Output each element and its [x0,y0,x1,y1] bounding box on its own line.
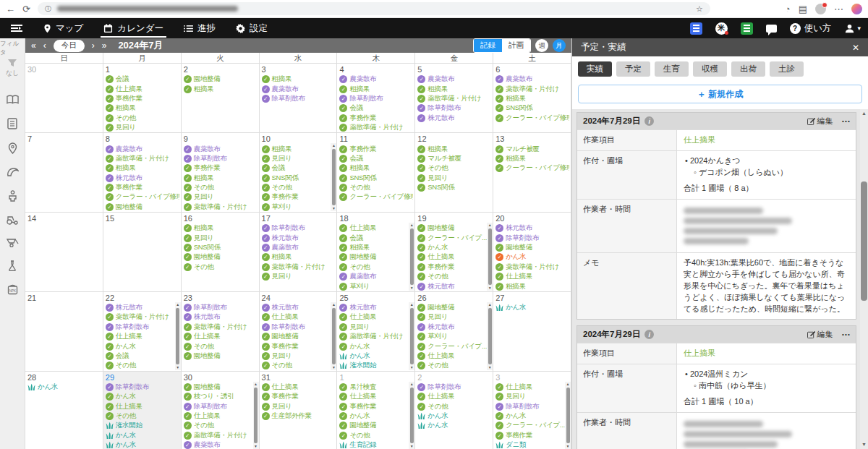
calendar-entry[interactable]: ✓園地整備 [495,243,569,252]
calendar-entry[interactable]: ✓株元散布 [106,303,179,312]
calendar-entry[interactable]: ✓農薬散布 [184,144,258,153]
map-pin-icon[interactable] [8,142,17,154]
calendar-entry[interactable]: ✓SNS関係 [417,183,491,192]
close-icon[interactable]: ✕ [852,43,859,53]
calendar-entry[interactable]: ✓事務作業 [262,341,336,351]
calendar-entry[interactable]: ✓株元散布 [417,281,491,291]
calendar-entry[interactable]: ✓園地整備 [184,351,258,361]
calendar-entry[interactable]: ✓粗摘果 [106,103,179,113]
calendar-entry[interactable]: ✓仕上摘果 [106,84,179,93]
calendar-day-cell[interactable]: 28かん水 [25,372,103,449]
calendar-entry[interactable]: ✓仕上摘果 [417,351,491,361]
cell-scrollbar[interactable]: ▲▼ [331,143,336,211]
filter-icon[interactable] [7,59,17,67]
calendar-entry[interactable]: ✓園地整備 [262,332,336,341]
calendar-day-cell[interactable]: 2✓除草剤散布✓仕上摘果✓その他かん水かん水 [415,372,493,449]
calendar-entry[interactable]: ✓農薬散布 [184,440,258,449]
cell-scrollbar[interactable]: ▲▼ [409,223,414,291]
scroll-down-icon[interactable]: ▼ [488,365,492,370]
calendar-day-cell[interactable]: 1✓会議✓仕上摘果✓事務作業✓粗摘果✓その他✓見回り [103,64,182,132]
cell-scrollbar[interactable]: ▲▼ [565,382,571,449]
wheelbarrow-icon[interactable] [6,238,19,247]
calendar-entry[interactable]: ✓事務作業 [339,114,413,123]
calendar-entry[interactable]: ✓かん水 [495,252,569,262]
notebook-app-icon[interactable] [690,22,702,35]
calendar-entry[interactable]: 潅水開始 [106,421,179,430]
calendar-entry[interactable]: ✓仕上摘果 [106,401,179,411]
calendar-entry[interactable]: ✓事務作業 [417,262,491,272]
calendar-entry[interactable]: ✓仕上摘果 [417,392,491,401]
calendar-entry[interactable]: ✓SNS関係 [339,174,413,183]
calendar-entry[interactable]: ✓見回り [417,174,491,183]
scroll-down-icon[interactable]: ▼ [488,286,492,291]
calendar-entry[interactable]: ✓かん水 [106,341,179,351]
calendar-day-cell[interactable]: 9✓農薬散布✓除草剤散布✓事務作業✓粗摘果✓その他✓見回り✓薬散準備・片付け [182,133,260,212]
calendar-entry[interactable]: ✓草刈り [417,332,491,341]
cell-scrollbar[interactable]: ▲▼ [409,302,414,370]
calendar-entry[interactable]: ✓除草剤散布 [262,322,336,332]
calendar-entry[interactable]: ✓薬散準備・片付け [339,332,413,341]
calendar-entry[interactable]: ✓除草剤散布 [495,233,569,242]
scroll-down-icon[interactable]: ▼ [410,286,414,291]
profile-avatar[interactable] [815,4,826,14]
chat-icon[interactable] [766,25,777,33]
nav-item-list[interactable]: 進捗 [174,18,226,38]
address-bar[interactable]: ⓘ ☆ [38,2,710,15]
calendar-entry[interactable]: ✓その他 [184,341,258,351]
calendar-entry[interactable]: ✓会議 [106,74,179,84]
calendar-entry[interactable]: ✓会議 [106,351,179,361]
calendar-entry[interactable]: ✓その他 [106,411,179,421]
calendar-entry[interactable]: ✓仕上摘果 [495,382,569,392]
scroll-up-icon[interactable]: ▲ [410,223,414,228]
calendar-day-cell[interactable]: 31✓仕上摘果✓事務作業✓見回り✓生産部外作業 [260,372,338,449]
cell-scrollbar[interactable]: ▲▼ [487,302,493,370]
calendar-entry[interactable]: ✓除草剤散布 [184,303,258,312]
calendar-entry[interactable]: ✓粗摘果 [184,223,258,233]
scroll-up-icon[interactable]: ▲ [254,382,258,387]
calendar-day-cell[interactable]: 30✓園地整備✓枝つり・誘引✓除草剤散布✓仕上摘果✓その他✓薬散準備・片付け✓農… [182,372,260,449]
cell-scrollbar[interactable]: ▲▼ [175,302,181,370]
scroll-down-icon[interactable]: ▼ [410,444,414,449]
info-icon[interactable]: i [644,330,654,339]
scroll-up-icon[interactable]: ▲ [488,223,492,228]
calendar-entry[interactable]: ✓農薬散布 [262,84,336,93]
calendar-entry[interactable]: ✓事務作業 [495,431,569,440]
calendar-entry[interactable]: ダニ類 [495,440,569,449]
calendar-entry[interactable]: ✓クーラー・パイプ... [495,421,569,430]
calendar-day-cell[interactable]: 26✓園地整備✓見回り✓株元散布✓草刈り✓クーラー・パイプ...✓仕上摘果✓その… [415,292,493,371]
scroll-down-icon[interactable]: ▼ [410,365,414,370]
calendar-entry[interactable]: ✓園地整備 [184,74,258,84]
tab-予定[interactable]: 予定 [616,61,650,77]
calendar-entry[interactable]: ✓農薬散布 [339,74,413,84]
calendar-entry[interactable]: ✓SNS関係 [184,243,258,252]
today-button[interactable]: 今日 [54,40,85,52]
cell-scrollbar[interactable]: ▲▼ [487,223,493,291]
sidebar-toggle-icon[interactable] [7,24,26,33]
fertilizer-icon[interactable]: NPK [7,284,18,295]
scroll-thumb[interactable] [254,388,258,444]
calendar-entry[interactable]: ✓見回り [262,351,336,361]
calendar-entry[interactable]: ✓園地整備 [184,382,258,392]
flask-icon[interactable] [7,260,17,271]
calendar-entry[interactable]: ✓粗摘果 [184,84,258,93]
calendar-entry[interactable]: ✓果汁検査 [339,382,413,392]
calendar-day-cell[interactable]: 1✓果汁検査✓仕上摘果✓事務作業✓かん水✓園地整備✓その他生育記録▲▼ [337,372,415,449]
calendar-entry[interactable]: ✓株元散布 [262,233,336,242]
calendar-entry[interactable]: ✓枝つり・誘引 [184,392,258,401]
calendar-entry[interactable]: ✓その他 [417,163,491,173]
calendar-entry[interactable]: ✓会議 [339,154,413,163]
calendar-entry[interactable]: ✓クーラー・パイプ... [417,233,491,242]
calendar-entry[interactable]: ✓粗摘果 [262,74,336,84]
calendar-entry[interactable]: ✓見回り [184,192,258,202]
calendar-entry[interactable]: ✓仕上摘果 [495,272,569,281]
calendar-day-cell[interactable]: 23✓除草剤散布✓株元散布✓薬散準備・片付け✓仕上摘果✓その他✓園地整備 [182,292,260,371]
calendar-entry[interactable]: ✓仕上摘果 [184,332,258,341]
history-icon[interactable]: ◔ [785,4,791,14]
nav-item-gear[interactable]: 設定 [226,18,278,38]
calendar-entry[interactable]: ✓会議 [262,163,336,173]
calendar-day-cell[interactable]: 21 [25,292,103,371]
calendar-entry[interactable]: ✓粗摘果 [495,281,569,291]
calendar-entry[interactable]: ✓除草剤散布 [106,322,179,332]
sickle-icon[interactable] [7,167,19,177]
reload-icon[interactable]: ⟳ [22,4,30,14]
